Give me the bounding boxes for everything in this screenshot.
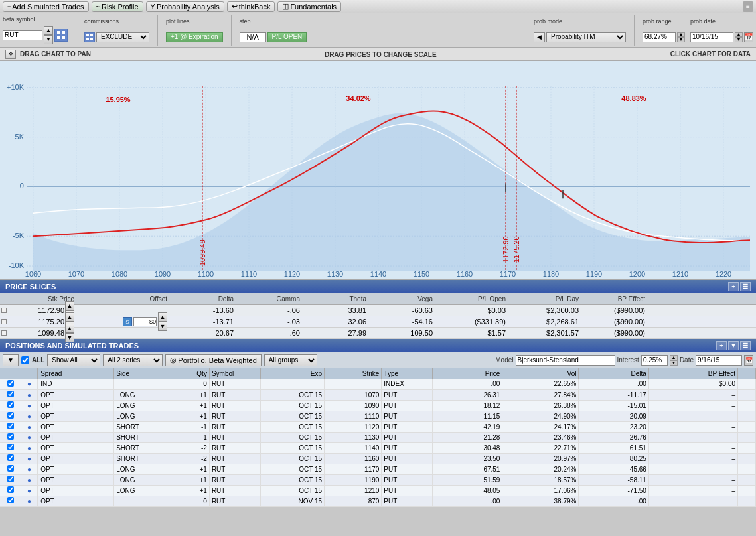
offset-input[interactable]	[133, 317, 157, 326]
positions-filter-btn[interactable]: ▼	[728, 341, 739, 350]
row-qty: 0	[171, 506, 210, 507]
pos-portfolio-btn[interactable]: ◎ Portfolio, Beta Weighted	[165, 354, 261, 366]
prob-mode-section: prob mode ◀ Probability ITM Probability …	[534, 15, 626, 46]
row-type: PUT	[382, 421, 433, 432]
ps-delta-2: -13.71	[170, 318, 236, 326]
commissions-grid-icon	[84, 32, 95, 42]
ps-checkbox[interactable]	[1, 308, 7, 313]
thinkback-button[interactable]: ↩ thinkBack	[227, 1, 275, 12]
stk3-up-btn[interactable]: ▲	[65, 324, 74, 333]
risk-profile-button[interactable]: ~ Risk Profile	[92, 1, 143, 12]
row-side	[114, 506, 171, 507]
row-check[interactable]	[0, 506, 21, 507]
row-side: LONG	[114, 485, 171, 496]
commissions-select[interactable]: EXCLUDE INCLUDE	[96, 32, 149, 42]
offset-s-btn[interactable]: S	[123, 317, 132, 326]
th-symbol: Symbol	[209, 368, 260, 379]
row-delta: 26.76	[579, 432, 648, 442]
ps-checkbox[interactable]	[1, 319, 7, 324]
stk2-up-btn[interactable]: ▲	[65, 312, 74, 322]
row-delta: 61.51	[579, 442, 648, 453]
date-calendar-btn[interactable]: 📅	[744, 355, 753, 366]
drag-pan-label: DRAG CHART TO PAN	[20, 50, 91, 58]
positions-table-scroll[interactable]: Spread Side Qty Symbol Exp Strike Type P…	[0, 368, 756, 507]
beta-up-btn[interactable]: ▲	[44, 26, 53, 35]
row-side: LONG	[114, 400, 171, 411]
ps-vega-1: -60.63	[369, 306, 435, 314]
pos-show-all-select[interactable]: Show All	[47, 354, 100, 366]
row-check[interactable]	[0, 453, 21, 464]
prob-range-down-btn[interactable]: ▼	[677, 37, 685, 42]
interest-up-btn[interactable]: ▲	[670, 355, 678, 360]
ps-checkbox[interactable]	[1, 330, 7, 336]
pan-icon: ✥	[5, 50, 16, 59]
row-vol: 23.46%	[502, 432, 579, 442]
row-bp: –	[648, 389, 737, 400]
row-bp: $0.00	[648, 379, 737, 389]
plot-lines-btn[interactable]: +1 @ Expiration	[166, 32, 223, 42]
stk3-down-btn[interactable]: ▼	[65, 333, 74, 342]
ps-delta-1: -13.60	[170, 306, 236, 314]
prob-date-calendar-btn[interactable]: 📅	[744, 32, 753, 42]
price-slices-add-btn[interactable]: +	[728, 282, 739, 291]
prob-date-up-btn[interactable]: ▲	[735, 32, 743, 37]
row-check[interactable]	[0, 379, 21, 389]
pos-all-checkbox[interactable]	[21, 356, 29, 364]
beta-symbol-input[interactable]	[3, 30, 42, 40]
row-check[interactable]	[0, 432, 21, 442]
row-strike: 1110	[325, 411, 382, 421]
prob-range-up-btn[interactable]: ▲	[677, 32, 685, 37]
pos-table-row: ● OPT 0 RUT NOV 15 880 PUT .00 38.06% .0…	[0, 506, 756, 507]
offset-down-btn[interactable]: ▼	[158, 322, 167, 331]
row-check[interactable]	[0, 400, 21, 411]
pos-groups-select[interactable]: All groups	[264, 354, 317, 366]
row-exp: OCT 15	[261, 485, 325, 496]
row-side: LONG	[114, 389, 171, 400]
offset-up-btn[interactable]: ▲	[158, 312, 167, 322]
pos-series-select[interactable]: All 2 series	[103, 354, 163, 366]
prob-date-down-btn[interactable]: ▼	[735, 37, 743, 42]
row-spread: IND	[38, 379, 114, 389]
interest-down-btn[interactable]: ▼	[670, 360, 678, 366]
svg-text:+10K: +10K	[7, 83, 25, 91]
fundamentals-button[interactable]: ◫ Fundamentals	[277, 1, 341, 12]
row-check[interactable]	[0, 389, 21, 400]
interest-input[interactable]	[641, 355, 668, 366]
risk-profile-icon: ~	[96, 3, 100, 11]
row-spread: OPT	[38, 453, 114, 464]
model-input[interactable]	[516, 355, 615, 366]
row-check[interactable]	[0, 464, 21, 474]
chart-area[interactable]: +10K +5K 0 -5K -10K 1060 1070 1080 1090 …	[0, 61, 756, 280]
prob-mode-select[interactable]: Probability ITM Probability OTM	[546, 32, 626, 42]
beta-grid-btn[interactable]	[54, 29, 68, 42]
row-check[interactable]	[0, 411, 21, 421]
beta-down-btn[interactable]: ▼	[44, 35, 53, 44]
price-slices-menu-btn[interactable]: ☰	[740, 282, 751, 291]
prob-mode-left-btn[interactable]: ◀	[534, 32, 545, 42]
th-qty: Qty	[171, 368, 210, 379]
row-spacer	[738, 442, 756, 453]
positions-add-btn[interactable]: +	[716, 341, 727, 350]
row-spread: OPT	[38, 464, 114, 474]
positions-menu-btn[interactable]: ☰	[740, 341, 751, 350]
svg-text:0: 0	[20, 182, 24, 190]
pos-collapse-btn[interactable]: ▼	[3, 354, 19, 366]
row-check[interactable]	[0, 421, 21, 432]
add-simulated-trades-button[interactable]: + Add Simulated Trades	[3, 1, 89, 12]
row-type: INDEX	[382, 379, 433, 389]
settings-button[interactable]: ≡	[743, 1, 753, 12]
pl-open-btn[interactable]: P/L OPEN	[267, 32, 307, 42]
row-check[interactable]	[0, 496, 21, 506]
prob-range-input[interactable]	[643, 32, 676, 42]
probability-analysis-button[interactable]: Y Probability Analysis	[146, 1, 224, 12]
row-vol: 17.06%	[502, 485, 579, 496]
date-input[interactable]	[696, 355, 742, 366]
prob-date-input[interactable]	[690, 32, 733, 42]
row-check[interactable]	[0, 474, 21, 485]
row-check[interactable]	[0, 442, 21, 453]
drag-scale-label: DRAG PRICES TO CHANGE SCALE	[325, 51, 437, 58]
stk-up-btn[interactable]: ▲	[65, 301, 74, 310]
row-qty: +1	[171, 400, 210, 411]
row-check[interactable]	[0, 485, 21, 496]
row-delta: 80.25	[579, 453, 648, 464]
